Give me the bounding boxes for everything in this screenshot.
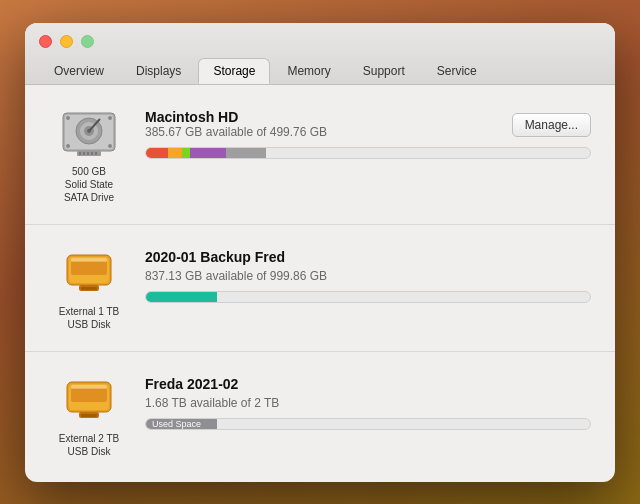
- drive-name: 2020-01 Backup Fred: [145, 249, 591, 265]
- svg-rect-28: [71, 385, 107, 389]
- external-drive-icon: [57, 245, 121, 301]
- drive-info: Macintosh HD 385.67 GB available of 499.…: [145, 105, 591, 159]
- svg-point-8: [108, 116, 112, 120]
- tab-displays[interactable]: Displays: [121, 58, 196, 84]
- progress-bar-container: [145, 291, 591, 303]
- svg-rect-22: [71, 258, 107, 262]
- close-button[interactable]: [39, 35, 52, 48]
- drive-available: 385.67 GB available of 499.76 GB: [145, 125, 327, 139]
- internal-drive-icon: [57, 105, 121, 161]
- tab-overview[interactable]: Overview: [39, 58, 119, 84]
- tab-service[interactable]: Service: [422, 58, 492, 84]
- svg-rect-19: [71, 261, 107, 275]
- divider: [25, 224, 615, 225]
- svg-point-10: [108, 144, 112, 148]
- drive-label: 500 GB Solid State SATA Drive: [64, 165, 114, 204]
- drive-available: 837.13 GB available of 999.86 GB: [145, 269, 591, 283]
- drive-info: 2020-01 Backup Fred 837.13 GB available …: [145, 245, 591, 303]
- drive-row: 500 GB Solid State SATA Drive Macintosh …: [49, 105, 591, 204]
- tab-support[interactable]: Support: [348, 58, 420, 84]
- svg-point-7: [66, 116, 70, 120]
- manage-button[interactable]: Manage...: [512, 113, 591, 137]
- svg-rect-12: [79, 152, 81, 155]
- photos-segment: [182, 148, 191, 158]
- drive-name: Macintosh HD: [145, 109, 327, 125]
- svg-point-9: [66, 144, 70, 148]
- other-segment: [190, 148, 226, 158]
- storage-progress-bar: Used Space: [146, 419, 590, 429]
- drive-label: External 1 TB USB Disk: [59, 305, 119, 331]
- drive-info: Freda 2021-02 1.68 TB available of 2 TB …: [145, 372, 591, 430]
- svg-rect-25: [71, 388, 107, 402]
- progress-bar-container: [145, 147, 591, 159]
- drive-name: Freda 2021-02: [145, 376, 591, 392]
- svg-rect-15: [91, 152, 93, 155]
- docs-segment: [168, 148, 181, 158]
- drive-available: 1.68 TB available of 2 TB: [145, 396, 591, 410]
- svg-rect-21: [81, 287, 97, 290]
- drive-label: External 2 TB USB Disk: [59, 432, 119, 458]
- storage-progress-bar: [146, 148, 590, 158]
- titlebar: Overview Displays Storage Memory Support…: [25, 23, 615, 85]
- svg-rect-14: [87, 152, 89, 155]
- external-drive-icon-2: [57, 372, 121, 428]
- drive-icon-area: 500 GB Solid State SATA Drive: [49, 105, 129, 204]
- backup-segment: [146, 292, 217, 302]
- progress-bar-container: Used Space: [145, 418, 591, 430]
- drive-row: External 1 TB USB Disk 2020-01 Backup Fr…: [49, 245, 591, 331]
- apps-segment: [146, 148, 168, 158]
- used-space-segment: Used Space: [146, 419, 217, 429]
- traffic-lights: [39, 35, 601, 48]
- about-this-mac-window: Overview Displays Storage Memory Support…: [25, 23, 615, 482]
- svg-rect-13: [83, 152, 85, 155]
- drive-icon-area: External 1 TB USB Disk: [49, 245, 129, 331]
- used-space-label: Used Space: [152, 419, 201, 429]
- storage-content: 500 GB Solid State SATA Drive Macintosh …: [25, 85, 615, 482]
- system-segment: [226, 148, 266, 158]
- divider: [25, 351, 615, 352]
- minimize-button[interactable]: [60, 35, 73, 48]
- svg-rect-16: [95, 152, 97, 155]
- svg-rect-27: [81, 414, 97, 417]
- drive-icon-area: External 2 TB USB Disk: [49, 372, 129, 458]
- drive-row: External 2 TB USB Disk Freda 2021-02 1.6…: [49, 372, 591, 458]
- drive-header: Macintosh HD 385.67 GB available of 499.…: [145, 109, 591, 139]
- tab-memory[interactable]: Memory: [272, 58, 345, 84]
- maximize-button[interactable]: [81, 35, 94, 48]
- storage-progress-bar: [146, 292, 590, 302]
- tab-storage[interactable]: Storage: [198, 58, 270, 84]
- tab-bar: Overview Displays Storage Memory Support…: [39, 58, 601, 84]
